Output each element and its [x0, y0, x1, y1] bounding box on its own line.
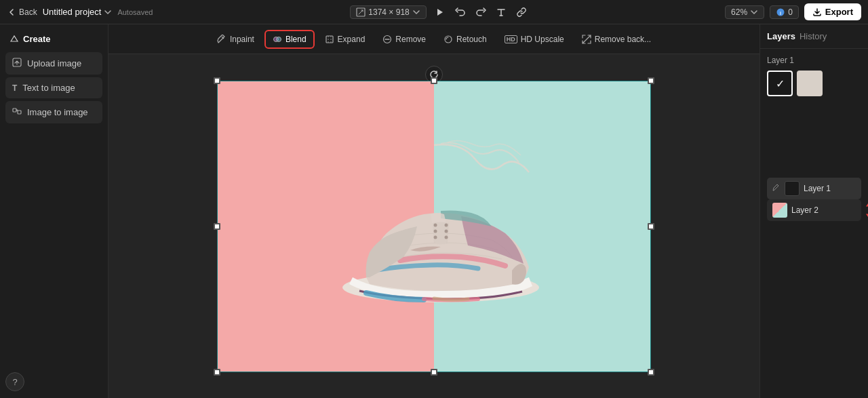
sidebar-item-image-to-image[interactable]: Image to image — [5, 101, 102, 123]
sort-up-icon[interactable] — [864, 201, 868, 210]
svg-point-13 — [434, 229, 437, 233]
layer1-thumb — [785, 181, 800, 196]
layer-row-2[interactable]: Layer 2 — [767, 199, 861, 221]
upscale-button[interactable]: HD HD Upscale — [497, 31, 572, 48]
export-icon — [812, 7, 822, 17]
svg-point-16 — [445, 235, 448, 239]
layer-thumbnails: ✓ — [767, 71, 861, 96]
sidebar-item-text-to-image[interactable]: T Text to image — [5, 77, 102, 98]
upload-image-label: Upload image — [27, 58, 81, 68]
upload-svg-icon — [12, 58, 22, 67]
layer-thumb-dark[interactable]: ✓ — [767, 71, 793, 96]
blend-icon — [273, 35, 282, 44]
sneaker-image — [305, 132, 563, 321]
remove-bg-label: Remove back... — [595, 35, 651, 44]
svg-point-7 — [276, 37, 281, 41]
blend-label: Blend — [285, 35, 307, 44]
svg-rect-5 — [18, 111, 21, 114]
topbar-right: 62% i 0 Export — [725, 3, 861, 20]
bell-icon: i — [776, 7, 785, 17]
project-name[interactable]: Untitled project — [43, 7, 113, 17]
upload-icon — [12, 58, 22, 69]
chevron-down-icon — [104, 8, 112, 16]
dimensions-display[interactable]: 1374 × 918 — [350, 5, 426, 19]
handle-top-middle[interactable] — [431, 77, 437, 84]
canvas-image — [217, 81, 651, 372]
layer2-row-label: Layer 2 — [791, 205, 856, 215]
canvas-content[interactable] — [108, 54, 760, 398]
svg-point-12 — [445, 223, 448, 226]
brush-icon — [772, 184, 781, 192]
back-button[interactable]: Back — [7, 7, 37, 17]
link-tool-button[interactable] — [512, 3, 531, 22]
handle-bottom-left[interactable] — [214, 369, 220, 376]
undo-button[interactable] — [451, 3, 470, 22]
remove-bg-icon — [582, 35, 591, 44]
layer2-thumb — [772, 203, 787, 218]
layer1-row-label: Layer 1 — [804, 184, 856, 193]
sneaker-svg — [305, 138, 563, 315]
layer-thumb-light[interactable] — [797, 71, 823, 96]
sidebar-create-label: Create — [23, 34, 50, 44]
canvas-frame — [217, 81, 651, 372]
chevron-down-icon-zoom — [750, 8, 758, 16]
undo-icon — [455, 7, 466, 18]
redo-button[interactable] — [471, 3, 490, 22]
retouch-button[interactable]: Retouch — [436, 31, 494, 48]
chevron-down-icon-dims — [412, 8, 420, 16]
image-to-image-icon — [12, 106, 22, 118]
tab-layers[interactable]: Layers — [767, 30, 795, 43]
tab-history[interactable]: History — [800, 30, 827, 43]
handle-middle-left[interactable] — [214, 223, 220, 230]
notification-count: 0 — [788, 7, 793, 17]
handle-bottom-middle[interactable] — [431, 369, 437, 376]
svg-rect-8 — [326, 36, 333, 43]
remove-label: Remove — [395, 35, 426, 44]
text-tool-button[interactable] — [492, 3, 511, 22]
blend-button[interactable]: Blend — [264, 30, 315, 49]
inpaint-icon — [217, 35, 226, 44]
redo-icon — [475, 7, 486, 18]
arrow-tool-button[interactable] — [431, 3, 450, 22]
autosaved-status: Autosaved — [117, 8, 153, 16]
arrow-icon — [435, 7, 445, 17]
topbar-tools — [431, 3, 531, 22]
layer1-section-title: Layer 1 — [767, 56, 861, 65]
handle-middle-right[interactable] — [648, 223, 654, 230]
export-label: Export — [825, 7, 853, 17]
layer1-icon — [772, 184, 781, 193]
svg-point-14 — [445, 229, 448, 233]
remove-bg-button[interactable]: Remove back... — [574, 31, 658, 48]
sidebar-item-upload-image[interactable]: Upload image — [5, 52, 102, 75]
expand-label: Expand — [338, 35, 366, 44]
handle-top-right[interactable] — [648, 77, 654, 84]
text-icon: T — [12, 83, 17, 93]
svg-text:i: i — [780, 10, 781, 15]
sort-arrows — [864, 201, 868, 220]
help-button[interactable]: ? — [5, 372, 24, 391]
layers-list-container: Layer 1 Layer 2 — [767, 178, 861, 221]
handle-top-left[interactable] — [214, 77, 220, 84]
export-button[interactable]: Export — [804, 3, 861, 20]
layer-row-1[interactable]: Layer 1 — [767, 178, 861, 199]
sort-down-icon[interactable] — [864, 211, 868, 220]
svg-rect-4 — [13, 108, 16, 112]
link-icon — [517, 7, 526, 17]
inpaint-button[interactable]: Inpaint — [210, 31, 262, 48]
sidebar-bottom: ? — [5, 372, 102, 391]
notifications-button[interactable]: i 0 — [770, 5, 799, 19]
handle-bottom-right[interactable] — [648, 369, 654, 376]
canvas-area: Inpaint Blend Expand — [108, 24, 760, 398]
expand-button[interactable]: Expand — [317, 31, 373, 48]
upscale-label: HD Upscale — [521, 35, 564, 44]
canvas-toolbar: Inpaint Blend Expand — [108, 24, 760, 54]
main-layout: Create Upload image T Text to image — [0, 24, 868, 398]
remove-button[interactable]: Remove — [375, 31, 433, 48]
zoom-control[interactable]: 62% — [725, 5, 764, 19]
svg-point-15 — [434, 235, 437, 239]
panel-tabs: Layers History — [760, 24, 868, 49]
expand-icon — [325, 35, 334, 44]
panel-content: Layer 1 ✓ Layer 1 — [760, 49, 868, 398]
topbar-center: 1374 × 918 — [161, 3, 719, 22]
text-tool-icon — [496, 7, 506, 17]
